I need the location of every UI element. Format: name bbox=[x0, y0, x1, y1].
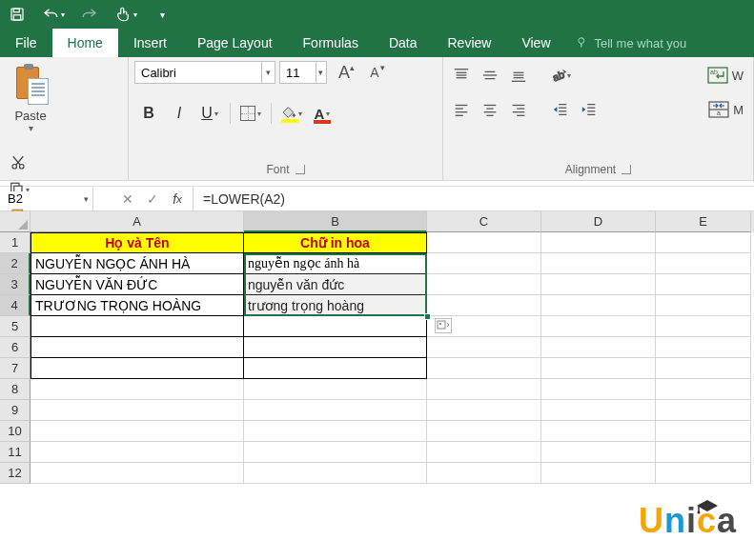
cell[interactable] bbox=[427, 232, 541, 253]
cell[interactable] bbox=[541, 295, 656, 316]
tab-data[interactable]: Data bbox=[374, 29, 433, 57]
row-header[interactable]: 11 bbox=[0, 442, 31, 463]
name-box[interactable]: ▾ bbox=[0, 187, 93, 210]
row-header[interactable]: 9 bbox=[0, 400, 31, 421]
column-header[interactable]: B bbox=[244, 211, 427, 232]
cell[interactable] bbox=[656, 274, 751, 295]
redo-icon[interactable] bbox=[78, 3, 101, 26]
paste-button[interactable]: Paste ▾ bbox=[6, 61, 55, 143]
fill-color-button[interactable]: ▾ bbox=[277, 101, 306, 126]
row-header[interactable]: 6 bbox=[0, 337, 31, 358]
align-top-icon[interactable] bbox=[449, 65, 474, 86]
bold-button[interactable]: B bbox=[134, 101, 163, 126]
cell[interactable] bbox=[541, 253, 656, 274]
cell[interactable] bbox=[427, 379, 541, 400]
worksheet-grid[interactable]: A B C D E 1 2 3 4 5 6 7 8 9 10 11 12 Họ … bbox=[0, 211, 754, 484]
cell[interactable] bbox=[427, 337, 541, 358]
increase-font-icon[interactable]: A▴ bbox=[331, 61, 357, 84]
cell[interactable] bbox=[656, 358, 751, 379]
fill-handle[interactable] bbox=[424, 313, 431, 320]
cell[interactable] bbox=[244, 400, 427, 421]
cell[interactable]: Họ và Tên bbox=[31, 232, 244, 253]
cell[interactable]: NGUYỄN VĂN ĐỨC bbox=[31, 274, 244, 295]
cell[interactable] bbox=[31, 379, 244, 400]
autofill-options-icon[interactable] bbox=[435, 318, 452, 333]
select-all-button[interactable] bbox=[0, 211, 31, 232]
cell[interactable] bbox=[656, 253, 751, 274]
cell[interactable] bbox=[31, 400, 244, 421]
row-header[interactable]: 4 bbox=[0, 295, 31, 316]
font-name-input[interactable] bbox=[135, 62, 261, 83]
enter-formula-icon[interactable]: ✓ bbox=[141, 187, 164, 210]
align-middle-icon[interactable] bbox=[478, 65, 502, 86]
cell[interactable] bbox=[244, 358, 427, 379]
cell[interactable] bbox=[541, 358, 656, 379]
row-header[interactable]: 8 bbox=[0, 379, 31, 400]
font-name-select[interactable]: ▾ bbox=[134, 61, 275, 84]
cell[interactable] bbox=[656, 463, 751, 484]
tab-review[interactable]: Review bbox=[433, 29, 507, 57]
cell[interactable] bbox=[541, 463, 656, 484]
cell[interactable] bbox=[31, 316, 244, 337]
formula-bar[interactable]: =LOWER(A2) bbox=[194, 187, 754, 210]
column-header[interactable]: A bbox=[31, 211, 244, 232]
font-launcher-icon[interactable] bbox=[295, 165, 305, 174]
align-right-icon[interactable] bbox=[506, 99, 531, 120]
cell[interactable] bbox=[656, 295, 751, 316]
alignment-launcher-icon[interactable] bbox=[622, 165, 631, 174]
cell[interactable] bbox=[541, 442, 656, 463]
cell[interactable] bbox=[427, 358, 541, 379]
tell-me-search[interactable]: Tell me what you bbox=[566, 29, 687, 57]
cell[interactable] bbox=[31, 463, 244, 484]
cell[interactable] bbox=[656, 337, 751, 358]
name-box-input[interactable] bbox=[0, 191, 80, 206]
row-header[interactable]: 10 bbox=[0, 421, 31, 442]
align-bottom-icon[interactable] bbox=[506, 65, 531, 86]
merge-center-button[interactable]: a M bbox=[704, 101, 747, 118]
column-header[interactable]: C bbox=[427, 211, 541, 232]
cell[interactable] bbox=[541, 379, 656, 400]
cell[interactable] bbox=[541, 421, 656, 442]
cell[interactable] bbox=[31, 358, 244, 379]
tab-home[interactable]: Home bbox=[52, 29, 118, 57]
cell[interactable] bbox=[244, 421, 427, 442]
cell[interactable] bbox=[656, 232, 751, 253]
align-center-icon[interactable] bbox=[478, 99, 502, 120]
cell[interactable] bbox=[541, 337, 656, 358]
cell[interactable] bbox=[541, 274, 656, 295]
cell[interactable] bbox=[244, 463, 427, 484]
cell[interactable] bbox=[541, 232, 656, 253]
chevron-down-icon[interactable]: ▾ bbox=[29, 123, 33, 133]
cell[interactable]: Chữ in hoa bbox=[244, 232, 427, 253]
cell[interactable] bbox=[244, 337, 427, 358]
font-size-select[interactable]: ▾ bbox=[279, 61, 327, 84]
cell[interactable]: NGUYỄN NGỌC ÁNH HÀ bbox=[31, 253, 244, 274]
cell[interactable] bbox=[427, 274, 541, 295]
row-header[interactable]: 1 bbox=[0, 232, 31, 253]
cell[interactable] bbox=[427, 463, 541, 484]
cell[interactable] bbox=[541, 400, 656, 421]
row-header[interactable]: 7 bbox=[0, 358, 31, 379]
tab-file[interactable]: File bbox=[0, 29, 52, 57]
cut-icon[interactable] bbox=[6, 152, 31, 173]
cell[interactable] bbox=[31, 337, 244, 358]
cell[interactable] bbox=[244, 442, 427, 463]
customize-qat-icon[interactable]: ▾ bbox=[151, 3, 173, 26]
cell[interactable] bbox=[31, 421, 244, 442]
wrap-text-button[interactable]: ab W bbox=[703, 67, 747, 84]
cell[interactable] bbox=[427, 421, 541, 442]
cell[interactable] bbox=[656, 316, 751, 337]
column-header[interactable]: D bbox=[541, 211, 656, 232]
cell[interactable] bbox=[427, 442, 541, 463]
undo-icon[interactable]: ▾ bbox=[42, 3, 65, 26]
tab-page-layout[interactable]: Page Layout bbox=[182, 29, 288, 57]
tab-insert[interactable]: Insert bbox=[118, 29, 182, 57]
cell[interactable] bbox=[656, 379, 751, 400]
underline-button[interactable]: U▾ bbox=[195, 101, 224, 126]
row-header[interactable]: 5 bbox=[0, 316, 31, 337]
row-header[interactable]: 2 bbox=[0, 253, 31, 274]
cell[interactable] bbox=[656, 400, 751, 421]
cell[interactable]: nguyễn văn đức bbox=[244, 274, 427, 295]
tab-formulas[interactable]: Formulas bbox=[288, 29, 374, 57]
increase-indent-icon[interactable] bbox=[577, 99, 601, 120]
